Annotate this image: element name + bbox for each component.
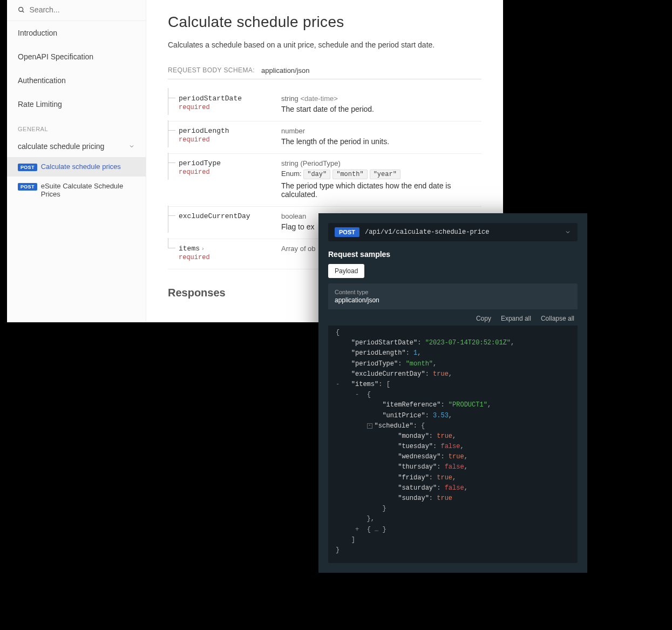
collapse-all-button[interactable]: Collapse all — [541, 315, 574, 322]
json-code-block[interactable]: { "periodStartDate": "2023-07-14T20:52:0… — [328, 326, 578, 563]
param-type: string (PeriodType) — [281, 159, 481, 167]
svg-line-1 — [22, 11, 24, 12]
nav-api-label: eSuite Calculate Schedule Prices — [41, 182, 135, 198]
search-wrap — [7, 5, 146, 21]
payload-tab[interactable]: Payload — [328, 264, 364, 278]
tree-connector-icon — [168, 248, 175, 248]
param-enum: Enum: "day""month""year" — [281, 170, 481, 178]
copy-button[interactable]: Copy — [476, 315, 491, 322]
param-periodType: periodTyperequired string (PeriodType) E… — [168, 154, 481, 207]
schema-label: REQUEST BODY SCHEMA: — [168, 66, 255, 74]
param-name: items› — [179, 245, 281, 253]
svg-point-0 — [19, 7, 23, 11]
search-icon — [18, 6, 25, 14]
param-required: required — [179, 136, 281, 144]
tree-connector-icon — [168, 98, 175, 98]
param-name: excludeCurrentDay — [179, 212, 281, 220]
tree-connector-icon — [168, 130, 175, 131]
param-name: periodType — [179, 159, 281, 167]
nav-api-label: Calculate schedule prices — [41, 162, 121, 171]
param-name: periodStartDate — [179, 94, 281, 103]
chevron-down-icon — [128, 143, 135, 150]
param-required: required — [179, 168, 281, 176]
schema-header: REQUEST BODY SCHEMA: application/json — [168, 66, 481, 79]
endpoint-method-badge: POST — [335, 227, 359, 237]
schema-content-type: application/json — [261, 66, 310, 74]
param-type: number — [281, 127, 481, 135]
endpoint-bar[interactable]: POST /api/v1/calculate-schedule-price — [328, 223, 578, 241]
request-samples-title: Request samples — [328, 250, 578, 259]
nav-api-esuite-calculate-schedule-prices[interactable]: POST eSuite Calculate Schedule Prices — [7, 177, 146, 204]
content-type-box: Content type application/json — [328, 283, 578, 309]
param-periodLength: periodLengthrequired numberThe length of… — [168, 121, 481, 154]
code-toolbar: Copy Expand all Collapse all — [318, 309, 587, 326]
param-required: required — [179, 104, 281, 111]
nav-openapi-spec[interactable]: OpenAPI Specification — [7, 45, 146, 69]
nav-introduction[interactable]: Introduction — [7, 21, 146, 45]
search-box[interactable] — [18, 5, 135, 14]
expand-all-button[interactable]: Expand all — [501, 315, 531, 322]
tree-connector-icon — [168, 215, 175, 216]
nav-section-header: GENERAL — [7, 116, 146, 136]
request-sample-panel: POST /api/v1/calculate-schedule-price Re… — [318, 213, 587, 573]
tree-connector-icon — [168, 162, 175, 163]
nav-rate-limiting[interactable]: Rate Limiting — [7, 92, 146, 116]
param-desc: The period type which dictates how the e… — [281, 181, 481, 199]
nav-api-calculate-schedule-prices[interactable]: POST Calculate schedule prices — [7, 157, 146, 177]
search-input[interactable] — [30, 5, 135, 14]
nav-group-calculate-schedule-pricing[interactable]: calculate schedule pricing — [7, 136, 146, 157]
param-name: periodLength — [179, 127, 281, 135]
method-badge: POST — [18, 183, 37, 191]
endpoint-path: /api/v1/calculate-schedule-price — [365, 228, 559, 236]
param-periodStartDate: periodStartDaterequired string <date-tim… — [168, 89, 481, 121]
method-badge: POST — [18, 164, 37, 171]
nav-authentication[interactable]: Authentication — [7, 69, 146, 92]
param-required: required — [179, 254, 281, 261]
param-desc: The start date of the period. — [281, 105, 481, 113]
page-description: Calculates a schedule based on a unit pr… — [168, 40, 481, 49]
sidebar: Introduction OpenAPI Specification Authe… — [7, 0, 146, 322]
chevron-right-icon: › — [202, 245, 204, 252]
param-type: string <date-time> — [281, 94, 481, 103]
content-type-value: application/json — [335, 296, 571, 304]
chevron-down-icon — [565, 229, 571, 235]
param-desc: The length of the period in units. — [281, 137, 481, 146]
content-type-label: Content type — [335, 289, 571, 295]
nav-group-label: calculate schedule pricing — [18, 142, 104, 151]
page-title: Calculate schedule prices — [168, 13, 481, 31]
